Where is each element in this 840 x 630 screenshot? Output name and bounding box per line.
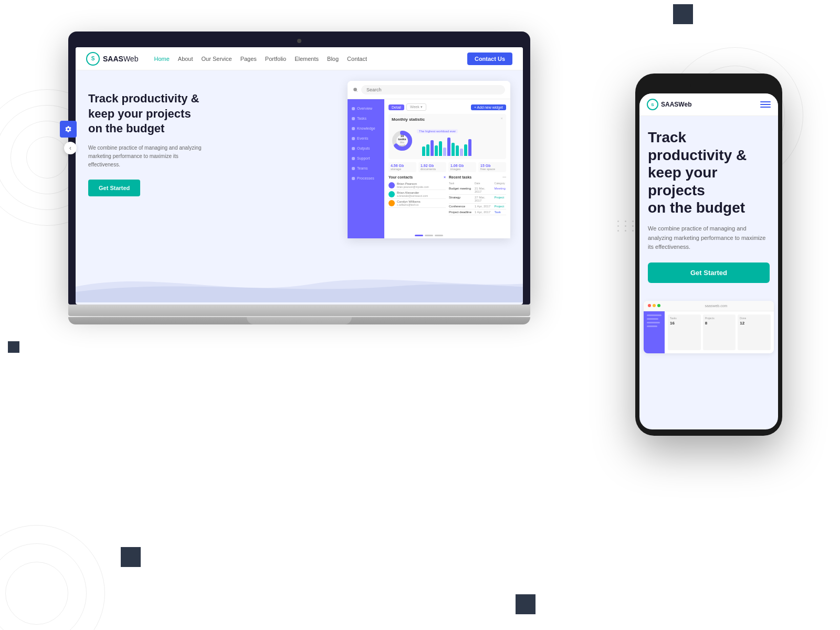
phone-hero: Trackproductivity &keep yourprojectson t…: [639, 116, 778, 296]
sidebar-item-processes[interactable]: Processes: [348, 173, 384, 183]
sidebar-item-tasks[interactable]: Tasks: [348, 113, 384, 123]
nav-link-portfolio[interactable]: Portfolio: [265, 56, 286, 62]
bar-12: [468, 139, 471, 156]
phone-logo-icon: S: [647, 99, 658, 110]
phone-screen: S SAASWeb Trackproductivity &keep yourpr…: [639, 93, 778, 429]
bar-11: [464, 144, 467, 156]
logo-text: SAASWeb: [103, 55, 138, 63]
sidebar-line-1: [647, 314, 662, 316]
phone-nav: S SAASWeb: [639, 93, 778, 116]
stat-images: 1.06 Gb images: [448, 162, 476, 172]
stat-documents-value: 1.92 Gb: [421, 164, 444, 167]
tasks-options[interactable]: ⋯: [502, 175, 506, 180]
stat-documents-label: documents: [421, 167, 444, 171]
laptop-screen: S SAASWeb Home About Our Service Pages P…: [76, 47, 523, 304]
nav-link-service[interactable]: Our Service: [202, 56, 232, 62]
scroll-dot-2: [425, 235, 433, 236]
stat-storage-label: storage: [391, 167, 414, 171]
contact-name-3: Carolyn Williams c.williams@tech.io: [397, 200, 446, 206]
hero-title: Track productivity &keep your projectson…: [88, 91, 332, 136]
hero-text: Track productivity &keep your projectson…: [88, 86, 332, 196]
avatar-2: [388, 191, 395, 197]
bar-9: [456, 145, 459, 156]
laptop: ‹ S SAASWeb Home About Our Service: [68, 32, 530, 324]
sidebar-item-knowledge[interactable]: Knowledge: [348, 123, 384, 133]
bar-10: [460, 149, 463, 156]
nav-link-about[interactable]: About: [178, 56, 193, 62]
logo-icon: S: [86, 52, 100, 66]
phone-dash-content: Tasks 16 Projects 8 Done 12: [644, 311, 774, 353]
nav-link-contact[interactable]: Contact: [347, 56, 367, 62]
sidebar-item-outputs[interactable]: Outputs: [348, 143, 384, 153]
donut-chart: 16 tasks this month: [392, 130, 413, 151]
laptop-screen-outer: S SAASWeb Home About Our Service Pages P…: [68, 32, 530, 304]
contact-row-3: Carolyn Williams c.williams@tech.io: [388, 199, 446, 208]
sidebar-item-teams[interactable]: Teams: [348, 163, 384, 173]
dash-chart-area: × Monthly statistic: [388, 114, 506, 159]
chart-wrap: 16 tasks this month The highest workload…: [392, 125, 503, 156]
scroll-indicator: [415, 235, 443, 236]
nav-link-blog[interactable]: Blog: [327, 56, 339, 62]
close-icon[interactable]: ×: [500, 116, 503, 121]
stat-documents: 1.92 Gb documents: [418, 162, 446, 172]
contact-us-button[interactable]: Contact Us: [467, 52, 512, 65]
phone-dash-card-2: Projects 8: [703, 314, 736, 350]
dash-main: Detail Week ▾ + Add new widget × Monthly…: [384, 99, 510, 238]
tasks-table: Recent tasks ⋯ Task Date Category: [449, 175, 506, 215]
bar-7: [447, 138, 450, 156]
dash-header: [348, 81, 510, 99]
donut-label: 16 tasks this month: [397, 134, 407, 147]
nav-link-elements[interactable]: Elements: [295, 56, 319, 62]
dot-yellow: [653, 304, 656, 307]
settings-button[interactable]: [60, 121, 77, 138]
nav-link-pages[interactable]: Pages: [240, 56, 257, 62]
stat-free-space: 15 Gb free space: [478, 162, 506, 172]
phone-logo: S SAASWeb: [647, 99, 760, 110]
hamburger-line-2: [760, 104, 771, 105]
task-row-2: Strategy 27 Mar, 2017 Project: [449, 195, 506, 204]
bar-6: [443, 148, 446, 156]
phone-hero-title: Trackproductivity &keep yourprojectson t…: [648, 129, 770, 217]
svg-point-0: [353, 88, 357, 91]
scroll-dot-1: [415, 235, 423, 236]
hamburger-menu[interactable]: [760, 101, 771, 108]
add-widget-button[interactable]: + Add new widget: [471, 104, 506, 110]
sidebar-line-2: [647, 318, 658, 320]
site-nav-links: Home About Our Service Pages Portfolio E…: [154, 56, 467, 62]
laptop-base: [68, 304, 530, 316]
task-row-1: Budget meeting 21 Mar, 2017 Meeting: [449, 186, 506, 195]
decorative-square-1: [673, 4, 693, 24]
sidebar-item-support[interactable]: Support: [348, 153, 384, 163]
site-hero: Track productivity &keep your projectson…: [76, 70, 523, 254]
laptop-camera: [297, 39, 301, 43]
decorative-square-4: [8, 341, 19, 353]
chevron-left-icon: ‹: [69, 144, 71, 152]
sidebar-item-events[interactable]: Events: [348, 133, 384, 143]
contact-row-1: Brian Pearson brian.pearson@mysite.com: [388, 181, 446, 190]
phone-dash-dots: [648, 304, 660, 307]
phone-hero-description: We combine practice of managing and anal…: [648, 224, 770, 252]
dash-search-input[interactable]: [361, 85, 505, 94]
sidebar-item-overview[interactable]: Overview: [348, 103, 384, 113]
bar-chart: [422, 135, 503, 156]
contacts-table: Your contacts × Brian Pearson brian.pear…: [388, 175, 446, 215]
phone-get-started-button[interactable]: Get Started: [648, 262, 770, 283]
dash-toolbar: Detail Week ▾ + Add new widget: [388, 103, 506, 111]
contact-name-2: Brian Alexander a.brianale@someacct.com: [397, 191, 446, 197]
avatar-3: [388, 200, 395, 206]
hamburger-line-1: [760, 101, 771, 102]
week-button[interactable]: Week ▾: [406, 103, 426, 111]
nav-link-home[interactable]: Home: [154, 56, 169, 62]
prev-arrow-button[interactable]: ‹: [64, 142, 77, 154]
wave-decoration: [76, 260, 523, 304]
contacts-close[interactable]: ×: [444, 175, 446, 179]
task-row-3: Conference 1 Apr, 2017 Project: [449, 204, 506, 209]
laptop-foot: [68, 317, 530, 324]
hero-description: We combine practice of managing and anal…: [88, 144, 204, 169]
dash-tables: Your contacts × Brian Pearson brian.pear…: [388, 175, 506, 215]
detail-button[interactable]: Detail: [388, 104, 404, 110]
scroll-dot-3: [435, 235, 443, 236]
phone-dash-card-1: Tasks 16: [668, 314, 701, 350]
phone-dash-header: saasweb.com: [644, 301, 774, 311]
get-started-button[interactable]: Get Started: [88, 180, 140, 196]
